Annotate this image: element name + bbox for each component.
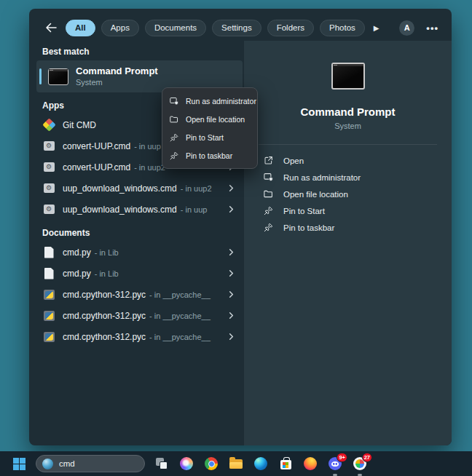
chevron-right-icon[interactable] bbox=[226, 331, 237, 342]
colorful-app-button[interactable]: 27 bbox=[352, 456, 368, 472]
best-match-title: Command Prompt bbox=[76, 66, 158, 76]
result-title: convert-UUP.cmd bbox=[63, 162, 130, 172]
action-pin-to-taskbar[interactable]: Pin to taskbar bbox=[244, 219, 452, 236]
command-prompt-icon bbox=[48, 68, 68, 85]
section-header-documents: Documents bbox=[42, 228, 244, 238]
result-title: Git CMD bbox=[63, 120, 96, 130]
menu-pin-to-taskbar[interactable]: Pin to taskbar bbox=[162, 146, 257, 164]
cmd-file-icon: ⚙ bbox=[42, 140, 55, 153]
preview-actions: Open Run as administrator Open file loca… bbox=[244, 152, 452, 236]
result-location: - in __pycache__ bbox=[149, 333, 211, 341]
open-icon bbox=[263, 155, 274, 166]
result-location: - in __pycache__ bbox=[149, 290, 211, 299]
menu-run-as-administrator[interactable]: Run as administrator bbox=[162, 92, 257, 110]
chevron-right-icon[interactable] bbox=[226, 204, 237, 215]
result-location: - in uup2 bbox=[181, 184, 212, 193]
cmd-file-icon: ⚙ bbox=[42, 161, 55, 174]
pin-icon bbox=[263, 222, 274, 233]
windows-logo-icon bbox=[13, 458, 25, 470]
pyc-file-icon bbox=[42, 309, 55, 322]
filter-all[interactable]: All bbox=[66, 20, 95, 36]
list-item[interactable]: cmd.py - in Lib bbox=[36, 242, 243, 263]
filter-settings[interactable]: Settings bbox=[212, 20, 261, 36]
filter-photos[interactable]: Photos bbox=[320, 20, 365, 36]
pin-icon bbox=[169, 151, 179, 161]
chevron-right-icon[interactable] bbox=[226, 289, 237, 300]
search-icon bbox=[42, 459, 53, 469]
result-title: cmd.cpython-312.pyc bbox=[63, 311, 146, 321]
action-open[interactable]: Open bbox=[244, 152, 452, 169]
result-title: uup_download_windows.cmd bbox=[63, 183, 177, 194]
best-match-text: Command Prompt System bbox=[76, 66, 158, 87]
more-filters-icon[interactable]: ▶ bbox=[374, 24, 379, 32]
git-cmd-icon bbox=[42, 119, 55, 132]
preview-subtitle: System bbox=[334, 122, 361, 130]
back-button[interactable] bbox=[44, 20, 58, 35]
taskbar-search-box[interactable] bbox=[36, 455, 145, 472]
action-label: Open file location bbox=[283, 190, 348, 199]
filter-pills: All Apps Documents Settings Folders Phot… bbox=[66, 20, 379, 36]
command-prompt-icon-large bbox=[331, 63, 365, 90]
options-ellipsis-icon[interactable]: ••• bbox=[426, 23, 438, 33]
discord-button[interactable]: 9+ bbox=[327, 456, 343, 472]
filter-folders[interactable]: Folders bbox=[267, 20, 314, 36]
result-title: cmd.cpython-312.pyc bbox=[63, 332, 146, 342]
search-input[interactable] bbox=[59, 459, 132, 468]
action-label: Run as administrator bbox=[283, 173, 361, 182]
microsoft-store-button[interactable] bbox=[278, 456, 294, 472]
filter-apps[interactable]: Apps bbox=[101, 20, 139, 36]
account-avatar[interactable]: A bbox=[399, 20, 414, 36]
action-open-file-location[interactable]: Open file location bbox=[244, 186, 452, 202]
context-menu: Run as administrator Open file location … bbox=[162, 87, 258, 169]
python-file-icon bbox=[42, 267, 55, 280]
list-item[interactable]: cmd.cpython-312.pyc - in __pycache__ bbox=[36, 326, 243, 347]
header-right: A ••• bbox=[399, 20, 438, 36]
list-item[interactable]: cmd.cpython-312.pyc - in __pycache__ bbox=[36, 305, 243, 326]
action-pin-to-start[interactable]: Pin to Start bbox=[244, 202, 452, 219]
back-arrow-icon bbox=[44, 20, 58, 35]
taskbar: 9+ 27 bbox=[0, 451, 472, 476]
list-item[interactable]: cmd.py - in Lib bbox=[36, 263, 243, 284]
section-header-best-match: Best match bbox=[42, 47, 244, 57]
divider bbox=[259, 144, 437, 145]
menu-pin-to-start[interactable]: Pin to Start bbox=[162, 128, 257, 146]
chrome-button[interactable] bbox=[203, 456, 219, 472]
best-match-subtitle: System bbox=[76, 78, 158, 87]
list-item[interactable]: cmd.cpython-312.pyc - in __pycache__ bbox=[36, 284, 243, 305]
file-explorer-icon bbox=[229, 459, 243, 469]
menu-open-file-location[interactable]: Open file location bbox=[162, 110, 257, 128]
edge-icon bbox=[254, 457, 267, 470]
python-file-icon bbox=[42, 246, 55, 259]
chevron-right-icon[interactable] bbox=[226, 268, 237, 279]
chevron-right-icon[interactable] bbox=[226, 183, 237, 194]
list-item[interactable]: ⚙ uup_download_windows.cmd - in uup2 bbox=[36, 178, 243, 199]
result-location: - in uup bbox=[134, 142, 161, 151]
result-location: - in Lib bbox=[95, 269, 119, 278]
search-header: All Apps Documents Settings Folders Phot… bbox=[44, 18, 438, 37]
file-explorer-button[interactable] bbox=[228, 456, 244, 472]
result-location: - in uup bbox=[181, 205, 208, 214]
preview-panel: Command Prompt System Open Run as admini… bbox=[244, 41, 452, 445]
result-title: cmd.py bbox=[63, 269, 91, 279]
chevron-right-icon[interactable] bbox=[226, 310, 237, 321]
firefox-icon bbox=[304, 457, 317, 470]
task-view-button[interactable] bbox=[154, 456, 170, 472]
start-button[interactable] bbox=[11, 456, 27, 472]
copilot-button[interactable] bbox=[178, 456, 194, 472]
result-title: cmd.cpython-312.pyc bbox=[63, 290, 146, 300]
result-location: - in __pycache__ bbox=[149, 312, 211, 320]
cmd-file-icon: ⚙ bbox=[42, 182, 55, 195]
folder-icon bbox=[169, 114, 179, 124]
pin-icon bbox=[263, 205, 274, 216]
list-item[interactable]: ⚙ uup_download_windows.cmd - in uup bbox=[36, 199, 243, 220]
folder-icon bbox=[263, 189, 274, 199]
pin-icon bbox=[169, 132, 179, 143]
firefox-button[interactable] bbox=[302, 456, 318, 472]
filter-documents[interactable]: Documents bbox=[145, 20, 206, 36]
edge-button[interactable] bbox=[253, 456, 269, 472]
result-title: cmd.py bbox=[63, 247, 91, 258]
run-as-admin-icon bbox=[263, 172, 274, 183]
action-run-as-administrator[interactable]: Run as administrator bbox=[244, 169, 452, 186]
search-window: All Apps Documents Settings Folders Phot… bbox=[29, 9, 452, 445]
chevron-right-icon[interactable] bbox=[226, 247, 237, 258]
